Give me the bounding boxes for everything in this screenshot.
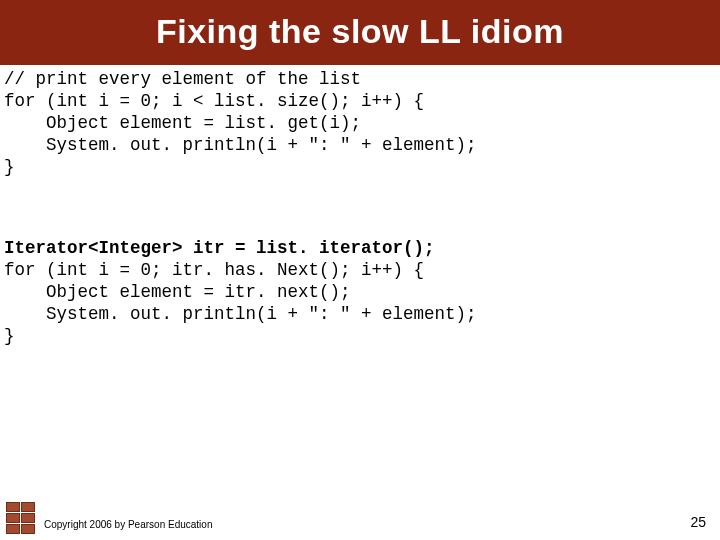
code-block-2: Iterator<Integer> itr = list. iterator()… bbox=[0, 234, 720, 347]
code-line: Object element = itr. next(); bbox=[4, 282, 351, 302]
code-line: // print every element of the list bbox=[4, 69, 361, 89]
code-line: for (int i = 0; itr. has. Next(); i++) { bbox=[4, 260, 424, 280]
spacer bbox=[0, 178, 720, 234]
page-number: 25 bbox=[690, 514, 706, 530]
code-line: System. out. println(i + ": " + element)… bbox=[4, 304, 477, 324]
code-line: for (int i = 0; i < list. size(); i++) { bbox=[4, 91, 424, 111]
code-line: System. out. println(i + ": " + element)… bbox=[4, 135, 477, 155]
code-line: } bbox=[4, 157, 15, 177]
code-line: } bbox=[4, 326, 15, 346]
footer: Copyright 2006 by Pearson Education 25 bbox=[0, 512, 720, 530]
code-line: Object element = list. get(i); bbox=[4, 113, 361, 133]
code-block-1: // print every element of the list for (… bbox=[0, 65, 720, 178]
slide-title: Fixing the slow LL idiom bbox=[0, 0, 720, 65]
code-line: Iterator<Integer> itr = list. iterator()… bbox=[4, 238, 435, 258]
copyright-text: Copyright 2006 by Pearson Education bbox=[44, 519, 212, 530]
